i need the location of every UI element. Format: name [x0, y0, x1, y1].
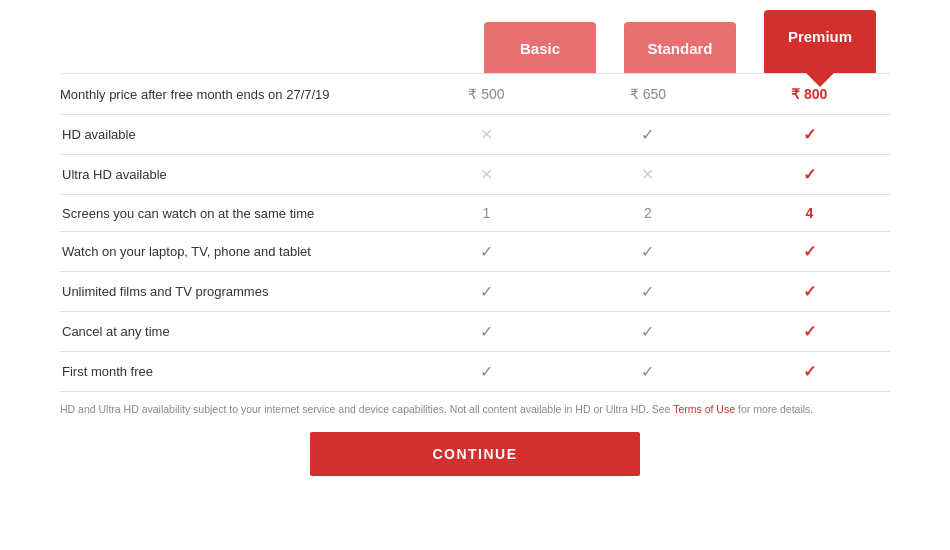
terms-of-use-link[interactable]: Terms of Use [673, 403, 735, 415]
standard-plan-label: Standard [647, 40, 712, 57]
check-icon: ✓ [803, 243, 816, 260]
basic-header-cell: Basic [470, 10, 610, 73]
feature-label: First month free [60, 352, 406, 392]
check-icon: ✓ [803, 166, 816, 183]
header-spacer [60, 10, 470, 73]
premium-plan-label: Premium [788, 28, 852, 45]
check-icon: ✓ [480, 243, 493, 260]
check-icon: ✓ [480, 283, 493, 300]
basic-value: ✓ [406, 272, 567, 312]
cross-icon: ✕ [480, 166, 493, 183]
cell-value: ₹ 500 [468, 86, 504, 102]
premium-value: ✓ [729, 232, 890, 272]
cell-value: 2 [644, 205, 652, 221]
main-container: Basic Standard Premium Monthly price aft… [60, 10, 890, 476]
premium-value: ✓ [729, 115, 890, 155]
feature-label: HD available [60, 115, 406, 155]
cross-icon: ✕ [641, 166, 654, 183]
disclaimer-after: for more details. [735, 403, 813, 415]
standard-value: ✓ [567, 272, 728, 312]
standard-header-cell: Standard [610, 10, 750, 73]
check-icon: ✓ [641, 126, 654, 143]
check-icon: ✓ [480, 323, 493, 340]
disclaimer-before: HD and Ultra HD availability subject to … [60, 403, 673, 415]
premium-value: ✓ [729, 352, 890, 392]
cell-value: 1 [483, 205, 491, 221]
feature-label: Unlimited films and TV programmes [60, 272, 406, 312]
check-icon: ✓ [803, 363, 816, 380]
check-icon: ✓ [641, 363, 654, 380]
basic-value: ✓ [406, 232, 567, 272]
check-icon: ✓ [803, 126, 816, 143]
check-icon: ✓ [641, 243, 654, 260]
standard-value: 2 [567, 195, 728, 232]
check-icon: ✓ [803, 323, 816, 340]
feature-label: Watch on your laptop, TV, phone and tabl… [60, 232, 406, 272]
check-icon: ✓ [641, 323, 654, 340]
feature-label: Cancel at any time [60, 312, 406, 352]
standard-value: ✓ [567, 115, 728, 155]
continue-button[interactable]: CONTINUE [310, 432, 640, 476]
basic-value: ₹ 500 [406, 74, 567, 115]
standard-value: ✓ [567, 232, 728, 272]
cell-value: ₹ 800 [791, 86, 827, 102]
premium-header-cell: Premium [750, 10, 890, 73]
basic-plan-card[interactable]: Basic [484, 22, 596, 73]
comparison-table: Monthly price after free month ends on 2… [60, 73, 890, 392]
basic-value: 1 [406, 195, 567, 232]
standard-value: ✓ [567, 352, 728, 392]
check-icon: ✓ [641, 283, 654, 300]
cell-value: ₹ 650 [630, 86, 666, 102]
feature-label: Screens you can watch on at the same tim… [60, 195, 406, 232]
premium-value: ✓ [729, 272, 890, 312]
standard-value: ₹ 650 [567, 74, 728, 115]
premium-plan-card[interactable]: Premium [764, 10, 876, 73]
plan-header-row: Basic Standard Premium [60, 10, 890, 73]
disclaimer-text: HD and Ultra HD availability subject to … [60, 402, 890, 418]
cross-icon: ✕ [480, 126, 493, 143]
premium-value: ✓ [729, 312, 890, 352]
standard-value: ✕ [567, 155, 728, 195]
basic-value: ✕ [406, 155, 567, 195]
standard-plan-card[interactable]: Standard [624, 22, 736, 73]
feature-label: Ultra HD available [60, 155, 406, 195]
basic-value: ✓ [406, 352, 567, 392]
basic-value: ✕ [406, 115, 567, 155]
basic-value: ✓ [406, 312, 567, 352]
feature-label: Monthly price after free month ends on 2… [60, 74, 406, 115]
premium-value: 4 [729, 195, 890, 232]
cell-value: 4 [805, 205, 813, 221]
basic-plan-label: Basic [520, 40, 560, 57]
check-icon: ✓ [480, 363, 493, 380]
standard-value: ✓ [567, 312, 728, 352]
check-icon: ✓ [803, 283, 816, 300]
premium-value: ✓ [729, 155, 890, 195]
continue-button-wrap: CONTINUE [60, 432, 890, 476]
